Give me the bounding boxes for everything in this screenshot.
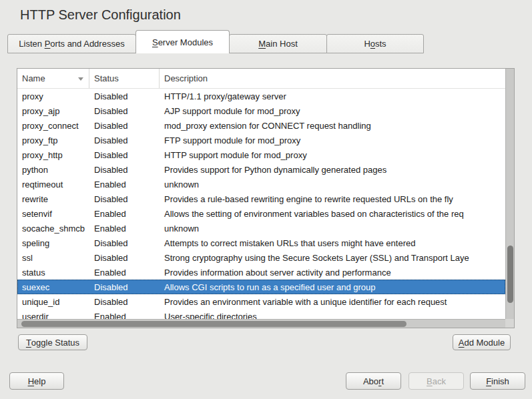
table-row[interactable]: proxy_http Disabled HTTP support module … — [17, 147, 505, 162]
cell-module-name: rewrite — [17, 191, 89, 206]
page-title: HTTP Server Configuration — [20, 7, 181, 23]
cell-module-status: Enabled — [89, 177, 160, 191]
cell-module-status: Disabled — [89, 236, 160, 250]
tab-hosts[interactable]: Hosts — [326, 34, 424, 53]
cell-module-name: userdir — [17, 309, 89, 319]
add-module-button[interactable]: Add Module — [453, 334, 511, 350]
cell-module-name: socache_shmcb — [17, 221, 89, 236]
horizontal-scrollbar-thumb[interactable] — [21, 321, 407, 327]
tab-label: Hosts — [364, 39, 386, 49]
tab-label: Listen Ports and Addresses — [19, 39, 124, 49]
tab-listen-ports-and-addresses[interactable]: Listen Ports and Addresses — [7, 34, 136, 53]
cell-module-description: Provides information about server activi… — [160, 265, 505, 280]
table-row[interactable]: reqtimeout Enabled unknown — [17, 177, 505, 191]
cell-module-status: Disabled — [89, 118, 160, 133]
cell-module-name: proxy_http — [17, 147, 89, 162]
column-header-status-label: Status — [94, 73, 119, 83]
table-row[interactable]: proxy Disabled HTTP/1.1 proxy/gateway se… — [17, 89, 505, 103]
cell-module-status: Enabled — [89, 265, 160, 280]
horizontal-scrollbar[interactable] — [17, 319, 505, 328]
cell-module-description: Attempts to correct mistaken URLs that u… — [160, 236, 505, 250]
table-row[interactable]: suexec Disabled Allows CGI scripts to ru… — [17, 280, 505, 294]
cell-module-status: Enabled — [89, 221, 160, 236]
cell-module-name: proxy_connect — [17, 118, 89, 133]
cell-module-description: Provides an environment variable with a … — [160, 294, 505, 309]
table-row[interactable]: status Enabled Provides information abou… — [17, 265, 505, 280]
table-row[interactable]: socache_shmcb Enabled unknown — [17, 221, 505, 236]
tab-server-modules[interactable]: Server Modules — [136, 30, 230, 53]
cell-module-name: suexec — [17, 280, 89, 294]
table-row[interactable]: proxy_connect Disabled mod_proxy extensi… — [17, 118, 505, 133]
column-header-name[interactable]: Name — [17, 69, 89, 88]
cell-module-description: unknown — [160, 221, 505, 236]
cell-module-status: Disabled — [89, 294, 160, 309]
cell-module-description: AJP support module for mod_proxy — [160, 103, 505, 118]
cell-module-description: mod_proxy extension for CONNECT request … — [160, 118, 505, 133]
cell-module-description: HTTP/1.1 proxy/gateway server — [160, 89, 505, 103]
vertical-scrollbar-thumb[interactable] — [507, 246, 513, 303]
cell-module-description: HTTP support module for mod_proxy — [160, 147, 505, 162]
cell-module-status: Enabled — [89, 309, 160, 319]
cell-module-name: proxy_ftp — [17, 133, 89, 147]
sort-descending-icon — [78, 77, 83, 81]
cell-module-name: ssl — [17, 250, 89, 265]
cell-module-description: User-specific directories — [160, 309, 505, 319]
tab-main-host[interactable]: Main Host — [229, 34, 327, 53]
abort-button[interactable]: Abort — [346, 372, 401, 390]
table-row[interactable]: userdir Enabled User-specific directorie… — [17, 309, 505, 319]
cell-module-description: Provides support for Python dynamically … — [160, 162, 505, 177]
cell-module-description: Provides a rule-based rewriting engine t… — [160, 191, 505, 206]
cell-module-name: proxy_ajp — [17, 103, 89, 118]
cell-module-name: proxy — [17, 89, 89, 103]
cell-module-status: Enabled — [89, 206, 160, 221]
cell-module-name: reqtimeout — [17, 177, 89, 191]
cell-module-name: speling — [17, 236, 89, 250]
cell-module-status: Disabled — [89, 280, 160, 294]
cell-module-description: Allows CGI scripts to run as a specified… — [160, 280, 505, 294]
cell-module-description: FTP support module for mod_proxy — [160, 133, 505, 147]
cell-module-name: status — [17, 265, 89, 280]
cell-module-name: setenvif — [17, 206, 89, 221]
help-button[interactable]: Help — [9, 372, 64, 390]
tab-bar: Listen Ports and Addresses Server Module… — [7, 30, 424, 53]
modules-table: Name Status Description proxy Disabled H… — [17, 68, 515, 328]
cell-module-status: Disabled — [89, 133, 160, 147]
column-header-description-label: Description — [164, 73, 208, 83]
column-header-name-label: Name — [22, 73, 45, 83]
table-rows: proxy Disabled HTTP/1.1 proxy/gateway se… — [17, 89, 505, 319]
cell-module-status: Disabled — [89, 162, 160, 177]
cell-module-description: Allows the setting of environment variab… — [160, 206, 505, 221]
cell-module-status: Disabled — [89, 89, 160, 103]
table-content: Name Status Description proxy Disabled H… — [17, 69, 505, 319]
column-header-status[interactable]: Status — [89, 69, 160, 88]
back-button: Back — [409, 372, 464, 390]
tab-label: Server Modules — [152, 37, 213, 47]
cell-module-description: unknown — [160, 177, 505, 191]
cell-module-status: Disabled — [89, 103, 160, 118]
cell-module-status: Disabled — [89, 250, 160, 265]
cell-module-status: Disabled — [89, 147, 160, 162]
table-row[interactable]: proxy_ajp Disabled AJP support module fo… — [17, 103, 505, 118]
tab-label: Main Host — [258, 39, 298, 49]
cell-module-description: Strong cryptography using the Secure Soc… — [160, 250, 505, 265]
table-row[interactable]: ssl Disabled Strong cryptography using t… — [17, 250, 505, 265]
table-row[interactable]: rewrite Disabled Provides a rule-based r… — [17, 191, 505, 206]
table-row[interactable]: python Disabled Provides support for Pyt… — [17, 162, 505, 177]
column-header-description[interactable]: Description — [160, 69, 505, 88]
toggle-status-button[interactable]: Toggle Status — [18, 334, 87, 350]
cell-module-name: unique_id — [17, 294, 89, 309]
table-row[interactable]: unique_id Disabled Provides an environme… — [17, 294, 505, 309]
table-row[interactable]: setenvif Enabled Allows the setting of e… — [17, 206, 505, 221]
scrollbar-corner — [505, 319, 514, 328]
table-row[interactable]: proxy_ftp Disabled FTP support module fo… — [17, 133, 505, 147]
cell-module-status: Disabled — [89, 191, 160, 206]
vertical-scrollbar[interactable] — [505, 69, 514, 319]
cell-module-name: python — [17, 162, 89, 177]
finish-button[interactable]: Finish — [470, 372, 525, 390]
table-row[interactable]: speling Disabled Attempts to correct mis… — [17, 236, 505, 250]
table-header: Name Status Description — [17, 69, 505, 89]
